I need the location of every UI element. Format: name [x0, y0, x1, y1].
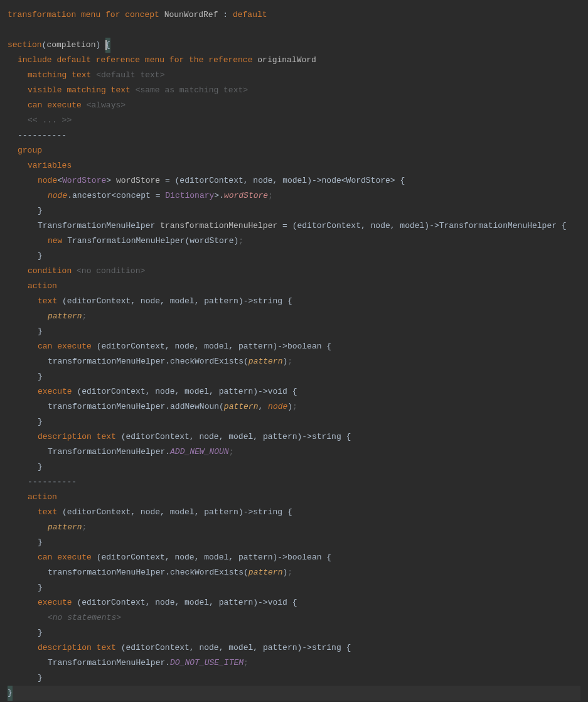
- header-suffix: default: [233, 10, 267, 19]
- more-placeholder[interactable]: << ... >>: [28, 116, 72, 125]
- node-keyword: node: [38, 176, 57, 185]
- action-keyword: action: [28, 492, 57, 502]
- open-brace: {: [105, 38, 110, 53]
- visible-matching-label: visible matching text: [28, 85, 131, 95]
- can-execute-placeholder[interactable]: <always>: [87, 100, 126, 110]
- header-line: transformation menu for concept NounWord…: [8, 8, 580, 23]
- matching-text-label: matching text: [28, 70, 91, 80]
- no-statements-placeholder[interactable]: <no statements>: [48, 613, 121, 622]
- separator: ----------: [18, 131, 67, 140]
- group-keyword: group: [18, 146, 42, 155]
- variables-keyword: variables: [28, 161, 72, 170]
- include-line: include default reference menu for the r…: [8, 53, 580, 68]
- action-keyword: action: [28, 281, 57, 291]
- condition-placeholder[interactable]: <no condition>: [77, 266, 145, 276]
- separator: ----------: [28, 477, 77, 487]
- closing-brace-line: }: [8, 686, 580, 701]
- header-concept: NounWordRef: [164, 10, 218, 19]
- code-editor[interactable]: transformation menu for concept NounWord…: [8, 8, 580, 701]
- visible-matching-placeholder[interactable]: <same as matching text>: [136, 85, 248, 95]
- matching-text-placeholder[interactable]: <default text>: [96, 70, 164, 80]
- condition-label: condition: [28, 266, 72, 276]
- section-line: section(completion) {: [8, 38, 580, 53]
- can-execute-label: can execute: [28, 100, 82, 110]
- header-keyword: transformation menu for concept: [8, 10, 159, 19]
- close-brace: }: [8, 686, 13, 701]
